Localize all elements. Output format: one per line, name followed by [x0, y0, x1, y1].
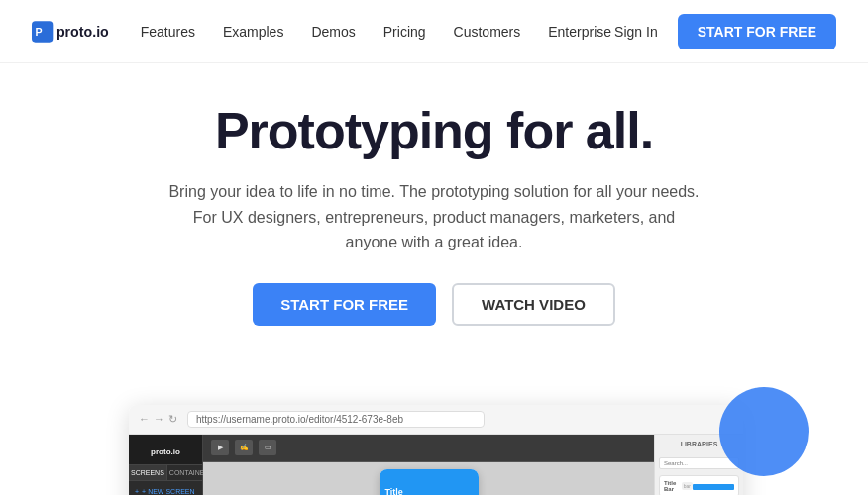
- editor-sidebar-left: proto.io SCREENS CONTAINERS + + NEW SCRE…: [129, 435, 203, 495]
- logo[interactable]: P proto.io: [32, 16, 138, 48]
- phone-preview: Title 🔍 Search: [380, 469, 479, 495]
- toolbar-icon-rect[interactable]: ▭: [259, 440, 276, 455]
- blue-circle-decoration: [719, 387, 809, 476]
- refresh-icon[interactable]: ↻: [168, 413, 177, 426]
- nav-item-enterprise[interactable]: Enterprise: [548, 23, 611, 41]
- screens-tab[interactable]: SCREENS: [129, 465, 167, 480]
- editor-logo-text: proto.io: [151, 447, 180, 456]
- editor-toolbar: ▶ ✍ ▭: [203, 435, 654, 462]
- editor-content: proto.io SCREENS CONTAINERS + + NEW SCRE…: [129, 435, 743, 495]
- back-arrow-icon[interactable]: ←: [139, 413, 150, 426]
- nav-links: Features Examples Demos Pricing Customer…: [141, 23, 611, 41]
- lib-item-bar-1: [693, 484, 734, 490]
- nav-item-customers[interactable]: Customers: [454, 23, 521, 41]
- editor-panel-tabs: SCREENS CONTAINERS: [129, 465, 202, 481]
- browser-mock: ← → ↻ https://username.proto.io/editor/4…: [129, 405, 743, 495]
- editor-canvas: Title 🔍 Search: [203, 462, 654, 495]
- svg-text:proto.io: proto.io: [56, 24, 109, 40]
- browser-navigation-arrows: ← → ↻: [139, 413, 177, 426]
- lib-item-title-bar-label: Title Bar: [664, 480, 682, 492]
- hero-section: Prototyping for all. Bring your idea to …: [0, 63, 868, 377]
- lib-item-title-bar[interactable]: Title Bar bar: [659, 475, 739, 495]
- editor-logo: proto.io: [129, 435, 202, 465]
- phone-title: Title: [385, 487, 403, 495]
- add-screen-button[interactable]: + + NEW SCREEN: [133, 485, 198, 495]
- browser-url-bar[interactable]: https://username.proto.io/editor/4512-67…: [187, 411, 485, 428]
- lib-item-title-bar-tag: bar: [682, 482, 693, 490]
- nav-item-features[interactable]: Features: [141, 23, 195, 41]
- svg-text:P: P: [36, 25, 43, 37]
- nav-item-pricing[interactable]: Pricing: [383, 23, 426, 41]
- toolbar-icons: ▶ ✍ ▭: [211, 440, 276, 455]
- nav-right: Sign In START FOR FREE: [614, 14, 836, 50]
- hero-subtitle: Bring your idea to life in no time. The …: [166, 179, 702, 255]
- browser-bar: ← → ↻ https://username.proto.io/editor/4…: [129, 405, 743, 435]
- start-free-nav-button[interactable]: START FOR FREE: [678, 14, 836, 50]
- nav-item-demos[interactable]: Demos: [311, 23, 355, 41]
- start-free-hero-button[interactable]: START FOR FREE: [253, 283, 436, 326]
- navbar: P proto.io Features Examples Demos Prici…: [0, 0, 868, 63]
- toolbar-icon-hand[interactable]: ✍: [235, 440, 253, 455]
- screen-list: + + NEW SCREEN T Screen 1 T Screen 2: [129, 481, 202, 495]
- plus-icon: +: [135, 488, 139, 495]
- preview-area: ← → ↻ https://username.proto.io/editor/4…: [0, 377, 868, 495]
- hero-buttons: START FOR FREE WATCH VIDEO: [32, 283, 836, 326]
- phone-header: Title: [380, 469, 479, 495]
- nav-item-examples[interactable]: Examples: [223, 23, 283, 41]
- library-search-input[interactable]: [659, 457, 739, 469]
- forward-arrow-icon[interactable]: →: [154, 413, 164, 426]
- editor-main: ▶ ✍ ▭ Title 🔍 Search: [203, 435, 654, 495]
- watch-video-button[interactable]: WATCH VIDEO: [452, 283, 615, 326]
- hero-headline: Prototyping for all.: [32, 103, 836, 159]
- sign-in-link[interactable]: Sign In: [614, 24, 658, 40]
- toolbar-icon-pointer[interactable]: ▶: [211, 440, 229, 455]
